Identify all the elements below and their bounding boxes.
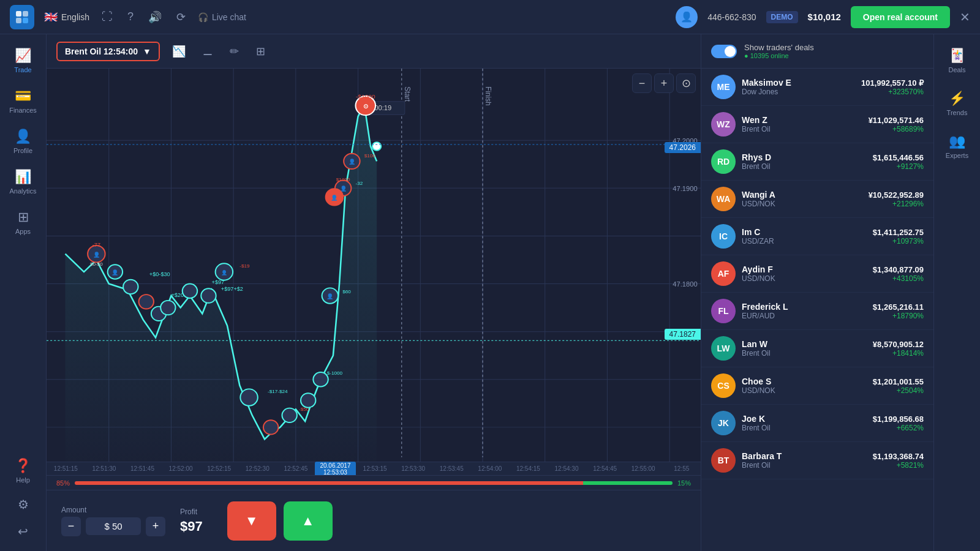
trader-name: Aydin F [742,264,867,274]
toggle-knob [725,46,736,57]
trader-amount: $1,411,252.75 [873,228,924,237]
expand-icon[interactable]: ⛶ [99,8,115,26]
zoom-in-button[interactable]: + [654,73,674,93]
trader-list-item[interactable]: WA Wangi A USD/NOK ¥10,522,952.89 +21296… [701,181,933,218]
indicator-icon[interactable]: ⊞ [251,42,270,61]
trader-list-item[interactable]: ME Maksimov E Dow Jones 101,992,557.10 ₽… [701,69,933,106]
time-axis: 12:51:15 12:51:30 12:51:45 12:52:00 12:5… [47,462,701,475]
svg-text:-32: -32 [356,181,363,187]
trader-asset: Brent Oil [742,125,862,133]
trader-asset: Brent Oil [742,162,867,171]
open-account-button[interactable]: Open real account [851,6,950,28]
svg-text:-77: -77 [92,242,100,248]
amount-increase-button[interactable]: + [146,517,165,536]
trader-name: Joe K [742,414,867,424]
sidebar-item-experts[interactable]: 👥 Experts [936,127,979,165]
trader-amount: ¥11,029,571.46 [869,116,924,125]
show-deals-label: Show traders' deals [744,43,814,52]
trader-name: Maksimov E [742,78,855,88]
refresh-icon[interactable]: ⟳ [174,8,188,26]
trader-list-item[interactable]: LW Lan W Brent Oil ¥8,570,905.12 +18414% [701,330,933,367]
trader-asset: USD/ZAR [742,237,867,246]
svg-point-38 [123,280,138,294]
zoom-out-button[interactable]: − [632,73,652,93]
sidebar-item-apps[interactable]: ⊞ Apps [2,203,45,241]
live-chat-button[interactable]: 🎧 Live chat [198,12,246,22]
svg-text:$-1000: $-1000 [327,370,343,376]
traders-list[interactable]: ME Maksimov E Dow Jones 101,992,557.10 ₽… [701,69,933,551]
sidebar-item-trade[interactable]: 📈 Trade [2,42,45,80]
trader-list-item[interactable]: JK Joe K Brent Oil $1,199,856.68 +6652% [701,405,933,442]
sidebar-item-analytics[interactable]: 📊 Analytics [2,163,45,201]
trader-amount: $1,199,856.68 [873,414,924,424]
language-selector[interactable]: 🇬🇧 English [44,10,89,24]
close-icon[interactable]: ✕ [960,10,970,24]
exit-icon[interactable]: ↩ [11,519,36,544]
sidebar-item-profile[interactable]: 👤 Profile [2,122,45,160]
trader-stats: $1,265,216.11 +18790% [873,302,924,320]
trader-list-item[interactable]: CS Choe S USD/NOK $1,201,001.55 +2504% [701,367,933,405]
amount-input[interactable] [86,517,141,535]
logo[interactable] [10,5,34,29]
sidebar-item-label-analytics: Analytics [9,187,36,195]
settings-icon[interactable]: ⚙ [11,492,36,517]
svg-text:00:19: 00:19 [374,105,391,112]
trade-up-button[interactable]: ▲ [284,501,333,541]
svg-point-42 [160,301,175,315]
trader-amount: ¥8,570,905.12 [873,340,924,349]
sidebar-item-deals[interactable]: 🃏 Deals [936,42,979,80]
sidebar-item-help[interactable]: ❓ Help [2,452,45,490]
chart-toolbar: Brent Oil 12:54:00 ▼ 📉 ⚊ ✏ ⊞ [47,34,701,69]
trader-avatar: CS [711,373,736,398]
trader-name: Lan W [742,339,867,349]
trade-down-button[interactable]: ▼ [227,501,276,541]
trader-avatar: WZ [711,112,736,137]
trader-list-item[interactable]: BT Barbara T Brent Oil $1,193,368.74 +58… [701,442,933,479]
help-icon[interactable]: ? [125,8,136,26]
sidebar-item-label-apps: Apps [15,228,31,235]
trader-avatar: RD [711,149,736,174]
trader-list-item[interactable]: IC Im C USD/ZAR $1,411,252.75 +10973% [701,218,933,255]
trader-avatar: ME [711,75,736,99]
trader-list-item[interactable]: FL Frederick L EUR/AUD $1,265,216.11 +18… [701,293,933,330]
profit-value: $97 [180,519,203,534]
trader-stats: $1,340,877.09 +43105% [873,265,924,283]
trader-avatar: LW [711,336,736,361]
svg-text:47.1900: 47.1900 [673,185,697,192]
asset-selector[interactable]: Brent Oil 12:54:00 ▼ [56,42,160,61]
trader-name: Wangi A [742,190,862,200]
progress-section: 85% 15% [47,475,701,490]
show-deals-toggle[interactable] [711,45,737,58]
line-chart-icon[interactable]: 📉 [167,42,190,61]
amount-decrease-button[interactable]: − [61,517,81,536]
trader-info: Barbara T Brent Oil [742,451,867,470]
sidebar-item-finances[interactable]: 💳 Finances [2,82,45,120]
trader-asset: EUR/AUD [742,312,867,320]
finances-icon: 💳 [15,88,31,104]
progress-fill-up [583,481,673,485]
trader-info: Wen Z Brent Oil [742,115,862,133]
svg-point-40 [139,294,154,309]
draw-icon[interactable]: ✏ [225,42,244,61]
trader-stats: 101,992,557.10 ₽ +323570% [861,78,924,96]
svg-point-57 [313,372,328,386]
trader-list-item[interactable]: WZ Wen Z Brent Oil ¥11,029,571.46 +58689… [701,106,933,143]
zoom-reset-button[interactable]: ⊙ [676,73,696,93]
trader-avatar: AF [711,261,736,286]
progress-bar [75,481,673,485]
svg-rect-0 [16,11,21,17]
svg-text:⊙: ⊙ [363,103,368,110]
volume-icon[interactable]: 🔊 [146,8,164,26]
trader-percent: +5821% [873,461,924,470]
svg-point-51 [240,389,257,405]
trader-percent: +18414% [873,349,924,358]
user-avatar[interactable]: 👤 [676,6,698,28]
trader-list-item[interactable]: AF Aydin F USD/NOK $1,340,877.09 +43105% [701,255,933,293]
svg-point-56 [301,393,315,407]
sidebar-item-trends[interactable]: ⚡ Trends [936,84,979,122]
candle-chart-icon[interactable]: ⚊ [198,42,217,61]
trader-list-item[interactable]: RD Rhys D Brent Oil $1,615,446.56 +9127% [701,143,933,181]
progress-right-label: 15% [677,479,691,487]
svg-text:👤: 👤 [349,158,356,165]
amount-label: Amount [61,506,165,514]
